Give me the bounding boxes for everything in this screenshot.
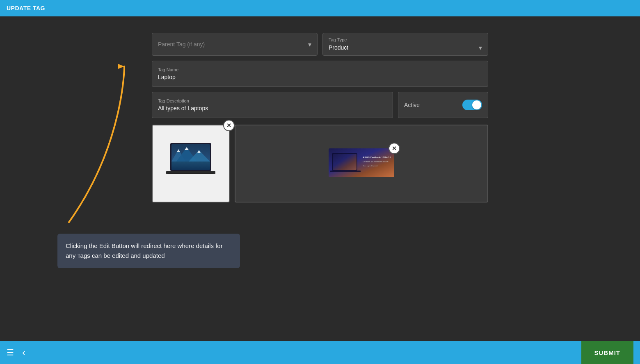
tag-type-chevron-icon: ▾ [479,44,482,52]
tooltip-box: Clicking the Edit Button will redirect h… [57,234,240,268]
active-toggle[interactable] [462,100,482,110]
tag-name-field[interactable]: Tag Name Laptop [152,61,488,87]
tag-description-field[interactable]: Tag Description All types of Laptops [152,92,393,118]
row-1: Parent Tag (if any) ▾ Tag Type Product ▾ [152,33,488,56]
laptop-svg-icon [164,141,217,186]
top-bar: UPDATE TAG [0,0,640,16]
main-content: Parent Tag (if any) ▾ Tag Type Product ▾… [0,16,640,219]
parent-tag-select[interactable]: Parent Tag (if any) ▾ [158,41,311,48]
images-row: ✕ [152,125,488,202]
image-card-1: ✕ [152,125,230,202]
banner-svg: ASUS ZenBook 13/14/15 Unleash your creat… [329,148,394,177]
tag-description-label: Tag Description [158,98,387,103]
parent-tag-placeholder: Parent Tag (if any) [158,41,205,48]
toggle-track [462,100,482,110]
svg-text:ASUS ZenBook 13/14/15: ASUS ZenBook 13/14/15 [363,156,391,159]
svg-text:Thin. Light. Powerful.: Thin. Light. Powerful. [363,165,378,167]
submit-button[interactable]: SUBMIT [581,341,634,364]
laptop-image [153,125,229,202]
tag-type-label: Tag Type [329,37,482,42]
bottom-bar: ☰ ‹ SUBMIT [0,341,640,364]
image-1-close-button[interactable]: ✕ [223,120,235,131]
svg-rect-11 [168,173,213,174]
menu-icon[interactable]: ☰ [7,348,14,357]
tooltip-text: Clicking the Edit Button will redirect h… [66,241,232,261]
active-field[interactable]: Active [398,92,488,118]
image-card-2: ✕ [235,125,488,202]
tag-type-field[interactable]: Tag Type Product ▾ [322,33,488,56]
toggle-thumb [472,100,481,109]
svg-rect-9 [171,162,210,170]
tag-name-label: Tag Name [158,67,482,72]
back-icon[interactable]: ‹ [22,347,25,358]
svg-rect-16 [330,171,361,172]
svg-rect-15 [333,154,357,170]
tag-type-value: Product [329,44,348,51]
parent-tag-chevron-icon: ▾ [308,41,311,48]
tag-description-value: All types of Laptops [158,105,387,111]
tag-name-value: Laptop [158,74,482,80]
tag-type-select[interactable]: Product ▾ [329,44,482,52]
svg-text:Unleash your creative vision.: Unleash your creative vision. [363,160,389,163]
desc-active-row: Tag Description All types of Laptops Act… [152,92,488,118]
active-label: Active [404,102,420,108]
banner-image-wrapper: ✕ [329,148,394,179]
parent-tag-field[interactable]: Parent Tag (if any) ▾ [152,33,318,56]
form-container: Parent Tag (if any) ▾ Tag Type Product ▾… [152,33,488,202]
image-2-close-button[interactable]: ✕ [389,143,400,154]
page-title: UPDATE TAG [7,5,45,11]
bottom-left-controls: ☰ ‹ [7,347,25,358]
